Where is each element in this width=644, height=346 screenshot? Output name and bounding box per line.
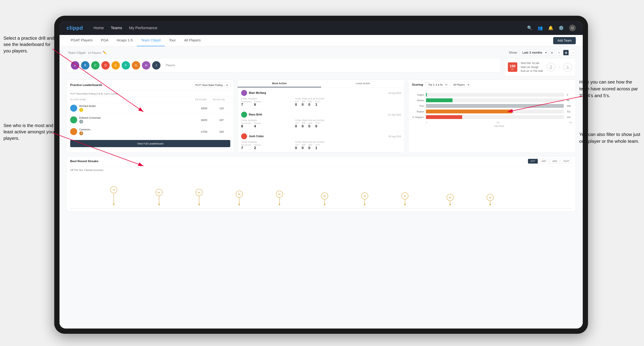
card-view-icon[interactable]: ▦ (563, 50, 569, 55)
grid-view-icon[interactable]: ⊞ (549, 50, 555, 55)
player-avatar-1[interactable]: A (71, 61, 79, 70)
player-name-3: Josh Coles (241, 133, 264, 139)
streak-bubble-9: 3x (446, 194, 454, 201)
bar-row-eagles: Eagles 3 (412, 93, 572, 97)
add-team-button[interactable]: Add Team (553, 37, 576, 44)
lb-player-1: Richard Butler 1 (70, 105, 195, 112)
rank-badge-1: 1 (79, 108, 83, 112)
most-active-card: Most Active Least Active Blair McHarg 26… (238, 79, 405, 153)
three-col-section: Practice Leaderboards PUTT Must Make Put… (66, 79, 576, 153)
streak-bubble-1: 7x (110, 186, 117, 193)
team-header: Team Clippd 14 Players ✏️ Show: Last 3 m… (66, 50, 576, 55)
streak-bubble-6: 4x (321, 192, 328, 199)
streak-point-1: 7x (110, 186, 117, 205)
subnav-pgat[interactable]: PGAT Players (66, 35, 97, 46)
tablet-screen: clippd Home Teams My Performance 🔍 👥 🔔 ⚙… (60, 21, 583, 329)
nav-home[interactable]: Home (94, 26, 104, 30)
filter-putt[interactable]: PUTT (561, 159, 572, 164)
view-icons: ⊞ ≡ ▦ ↕ (549, 50, 576, 55)
search-icon[interactable]: 🔍 (527, 25, 532, 30)
lb-player-2: Edward Crossman 2 (70, 116, 195, 124)
shot-circles: 16 yds → 0 yds (546, 63, 572, 71)
filter-ott[interactable]: OTT (528, 159, 538, 164)
player-avatar-lb-1[interactable] (70, 105, 77, 112)
streak-point-2: 6x (156, 189, 162, 205)
toggle-bar: Most Active Least Active (238, 80, 405, 88)
player-avatar-3[interactable]: C (91, 61, 100, 70)
subnav-hcaps[interactable]: Hcaps 1-5 (112, 35, 137, 46)
most-active-tab[interactable]: Most Active (238, 80, 321, 87)
practice-leaderboards-header: Practice Leaderboards PUTT Must Make Put… (67, 80, 234, 91)
player-avatar-active-3[interactable] (241, 133, 247, 139)
chart-axis: 0 200 400 (412, 121, 572, 124)
people-icon[interactable]: 👥 (538, 25, 543, 30)
subnav-pga[interactable]: PGA (97, 35, 112, 46)
subnav-tour[interactable]: Tour (165, 35, 180, 46)
player-avatar-8[interactable]: H (142, 61, 150, 70)
subnav-team-clippd[interactable]: Team Clippd (137, 35, 165, 46)
player-avatar-9[interactable]: I (152, 61, 160, 70)
lb-table-header: PLAYER NAME PB SCORE PB AVG SQ (67, 97, 234, 102)
scoring-card: Scoring Par 3, 4 & 5s Par 3s Par 4s Par … (408, 79, 576, 153)
brand-logo: clippd (66, 25, 83, 31)
show-control: Show: Last 3 months Last month Last 6 mo… (509, 50, 576, 55)
list-view-icon[interactable]: ≡ (556, 50, 562, 55)
annotation-right-top: Here you can see how the team have score… (579, 79, 640, 99)
player-avatar-7[interactable]: G (132, 61, 140, 70)
filter-arg[interactable]: ARG (550, 159, 560, 164)
show-select[interactable]: Last 3 months Last month Last 6 months L… (520, 50, 548, 55)
scoring-title: Scoring (412, 83, 423, 86)
player-avatar-4[interactable]: D (101, 61, 110, 70)
streak-bubble-8: 4x (402, 192, 408, 199)
rank-badge-2: 2 (79, 120, 83, 124)
show-label: Show: (509, 51, 518, 54)
table-row: Richard Butler 1 19/20 110 (67, 102, 234, 114)
practice-leaderboards-title: Practice Leaderboards (70, 83, 102, 87)
list-item: Josh Coles 26 Aug 2023 Total Rounds Tour… (238, 131, 405, 153)
player-avatar-active-1[interactable] (241, 90, 247, 96)
filter-app[interactable]: APP (539, 159, 548, 164)
annotation-left-top: Select a practice drill and see the lead… (4, 35, 56, 54)
edit-icon[interactable]: ✏️ (103, 51, 106, 54)
player-activity-header-1: Blair McHarg 26 Aug 2023 (241, 90, 401, 96)
least-active-tab[interactable]: Least Active (321, 80, 404, 87)
table-row: Cameron... 3 17/20 103 (67, 126, 234, 138)
rank-badge-3: 3 (79, 131, 83, 135)
streak-bubble-7: 4x (361, 192, 368, 199)
nav-my-performance[interactable]: My Performance (129, 26, 157, 30)
streaks-title: Best Round Streaks (70, 160, 98, 163)
best-round-streaks-card: Best Round Streaks OTT APP ARG PUTT Off … (66, 156, 576, 211)
streak-bubble-10: 3x (487, 194, 494, 201)
streak-point-10: 3x (487, 194, 494, 205)
annotation-right-bottom: You can also filter to show just one pla… (579, 131, 640, 145)
settings-icon[interactable]: ⚙️ (558, 25, 564, 30)
shot-badge: 198 SC (508, 62, 517, 72)
view-full-leaderboard-button[interactable]: View Full Leaderboard (70, 140, 230, 147)
player-avatar-5[interactable]: E (112, 61, 120, 70)
nav-teams[interactable]: Teams (111, 26, 122, 30)
shot-info-card: 198 SC Shot Dist: 16 yds Start Lie: Roug… (504, 58, 576, 76)
scoring-filter-par[interactable]: Par 3, 4 & 5s Par 3s Par 4s Par 5s (426, 82, 448, 87)
bar-fill-dbogeys (426, 115, 462, 119)
player-avatar-lb-3[interactable] (70, 128, 77, 135)
practice-leaderboards-card: Practice Leaderboards PUTT Must Make Put… (66, 79, 234, 153)
player-avatar-lb-2[interactable] (70, 116, 77, 123)
streak-point-9: 3x (446, 194, 454, 205)
bar-track (426, 93, 564, 97)
bar-fill-pars (426, 104, 564, 108)
leaderboard-dropdown[interactable]: PUTT Must Make Putting ... ▾ (193, 82, 230, 88)
avatar[interactable]: U (569, 25, 576, 31)
shot-circle-2: 0 yds (563, 63, 572, 71)
player-avatar-6[interactable]: F (122, 61, 130, 70)
player-avatar-active-2[interactable] (241, 112, 247, 118)
list-item: Rees Britt 02 Sep 2023 Total Rounds Tour… (238, 109, 405, 131)
player-avatar-2[interactable]: B (81, 61, 90, 70)
bell-icon[interactable]: 🔔 (548, 25, 553, 30)
bar-row-pars: Pars 499 (412, 104, 572, 108)
subnav-all-players[interactable]: All Players (180, 35, 205, 46)
activity-stats-2: Total Rounds Tournament 8 Practice 4 (241, 119, 401, 128)
tablet-frame: clippd Home Teams My Performance 🔍 👥 🔔 ⚙… (54, 16, 588, 334)
scoring-filter-players[interactable]: All Players (450, 82, 470, 87)
leaderboard-subtitle: PUTT Must Make Putting (3-6 ft), Last 3 … (67, 91, 234, 97)
sort-icon[interactable]: ↕ (570, 50, 576, 55)
